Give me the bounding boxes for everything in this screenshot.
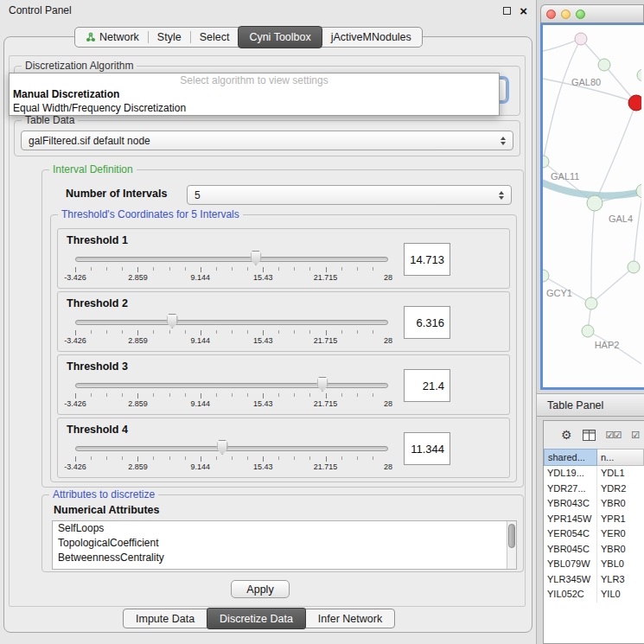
select-all-icon[interactable]: ☑ <box>631 430 640 441</box>
threshold-4-label: Threshold 4 <box>67 424 128 436</box>
table-data-combobox[interactable]: galFiltered.sif default node <box>21 131 513 150</box>
table-row[interactable]: YLR345WYLR3 <box>544 572 644 588</box>
network-view-window: GAL80 GAL11 GAL4 GCY1 HAP2 <box>540 4 644 390</box>
network-node[interactable] <box>598 59 610 71</box>
window-close-button[interactable] <box>546 10 556 19</box>
slider-track[interactable] <box>75 320 388 325</box>
network-icon <box>86 32 96 42</box>
number-of-intervals-label: Number of Intervals <box>66 188 167 200</box>
list-item-selfloops[interactable]: SelfLoops <box>53 521 516 536</box>
network-node[interactable] <box>582 325 594 337</box>
float-window-icon[interactable] <box>503 7 511 15</box>
column-header-name[interactable]: n... <box>597 449 644 466</box>
network-node[interactable] <box>543 270 549 282</box>
slider-major-ticks <box>75 267 388 272</box>
cyni-bottom-tabs: Impute Data Discretize Data Infer Networ… <box>123 609 395 628</box>
combo-stepper-icon <box>495 137 506 145</box>
node-label-gal11: GAL11 <box>551 171 579 182</box>
list-item-betweennesscentrality[interactable]: BetweennessCentrality <box>53 551 516 565</box>
threshold-1-label: Threshold 1 <box>67 234 128 246</box>
number-of-intervals-combobox[interactable]: 5 <box>187 185 512 205</box>
window-minimize-button[interactable] <box>561 10 571 19</box>
tab-cyni-toolbox-label: Cyni Toolbox <box>249 31 310 43</box>
table-row[interactable]: YBL079WYBL0 <box>544 557 644 572</box>
threshold-coordinates-title: Threshold's Coordinates for 5 Intervals <box>58 208 243 220</box>
network-graph: GAL80 GAL11 GAL4 GCY1 HAP2 <box>543 25 641 386</box>
apply-button[interactable]: Apply <box>231 580 290 598</box>
table-panel-header: Table Panel <box>537 393 644 417</box>
slider-scale: -3.426 2.859 9.144 15.43 21.715 28 <box>75 273 388 284</box>
slider-thumb[interactable] <box>217 440 228 455</box>
node-label-hap2: HAP2 <box>595 340 620 350</box>
control-panel-title: Control Panel <box>9 4 72 16</box>
network-node-selected[interactable] <box>628 95 641 111</box>
threshold-4-panel: Threshold 4 -3.426 2.859 9.144 15.43 21.… <box>57 418 510 478</box>
threshold-1-slider[interactable]: -3.426 2.859 9.144 15.43 21.715 28 <box>75 250 388 286</box>
table-row[interactable]: YDL19...YDL1 <box>544 466 644 481</box>
threshold-2-label: Threshold 2 <box>67 297 128 309</box>
threshold-4-slider[interactable]: -3.426 2.859 9.144 15.43 21.715 28 <box>75 439 388 475</box>
algorithm-option-manual[interactable]: Manual Discretization <box>10 87 499 101</box>
list-scrollbar[interactable] <box>507 521 516 569</box>
table-row[interactable]: YPR145WYPR1 <box>544 512 644 527</box>
slider-thumb[interactable] <box>316 377 328 392</box>
slider-thumb[interactable] <box>167 314 178 328</box>
control-panel-titlebar: Control Panel × <box>0 0 536 21</box>
threshold-1-value[interactable]: 14.713 <box>404 243 450 276</box>
slider-track[interactable] <box>75 446 388 451</box>
network-node[interactable] <box>587 195 603 211</box>
threshold-4-value[interactable]: 11.344 <box>404 432 450 465</box>
list-scrollbar-thumb[interactable] <box>508 524 515 548</box>
list-item-topologicalcoefficient[interactable]: TopologicalCoefficient <box>53 536 516 551</box>
table-row[interactable]: YIL052CYIL0 <box>544 587 644 603</box>
node-table-window: ⚙ ☑☑ ☑ shared... n... YDL19...YDL1 YDR27… <box>543 420 644 644</box>
table-row[interactable]: YER054CYER0 <box>544 526 644 542</box>
slider-thumb[interactable] <box>250 251 261 265</box>
threshold-3-slider[interactable]: -3.426 2.859 9.144 15.43 21.715 28 <box>75 376 388 412</box>
tab-impute-data[interactable]: Impute Data <box>124 609 207 628</box>
algorithm-option-equal-width[interactable]: Equal Width/Frequency Discretization <box>10 101 499 115</box>
table-row[interactable]: YBR043CYBR0 <box>544 496 644 512</box>
table-panel-title: Table Panel <box>547 399 603 411</box>
control-panel: Control Panel × Network Style Select <box>0 0 537 644</box>
network-node[interactable] <box>575 33 587 45</box>
network-node[interactable] <box>637 69 641 81</box>
network-canvas[interactable]: GAL80 GAL11 GAL4 GCY1 HAP2 <box>540 23 644 390</box>
tab-infer-network[interactable]: Infer Network <box>306 609 394 628</box>
discretization-algorithm-group-title: Discretization Algorithm <box>22 60 137 72</box>
slider-track[interactable] <box>75 257 388 262</box>
column-header-shared-name[interactable]: shared... <box>544 449 597 466</box>
interval-definition-title: Interval Definition <box>49 163 137 175</box>
threshold-3-value[interactable]: 21.4 <box>404 369 450 402</box>
network-node[interactable] <box>628 261 640 273</box>
threshold-2-value[interactable]: 6.316 <box>404 306 450 339</box>
select-columns-icon[interactable]: ☑☑ <box>606 430 622 441</box>
gear-icon[interactable]: ⚙ <box>561 428 572 442</box>
algorithm-placeholder-option[interactable]: Select algorithm to view settings <box>10 73 499 87</box>
tab-discretize-data[interactable]: Discretize Data <box>207 608 306 629</box>
threshold-2-slider[interactable]: -3.426 2.859 9.144 15.43 21.715 28 <box>75 313 388 349</box>
tab-jactivemnodules[interactable]: jActiveMNodules <box>322 28 420 47</box>
tab-style[interactable]: Style <box>149 28 190 47</box>
slider-track[interactable] <box>75 383 388 388</box>
tab-network[interactable]: Network <box>77 28 148 47</box>
tab-cyni-toolbox[interactable]: Cyni Toolbox <box>238 26 322 48</box>
tab-select[interactable]: Select <box>191 28 239 47</box>
highlighted-edge[interactable] <box>543 181 641 196</box>
network-node[interactable] <box>585 297 597 309</box>
table-data-value: galFiltered.sif default node <box>29 135 150 147</box>
slider-scale: -3.426 2.859 9.144 15.43 21.715 28 <box>75 399 388 410</box>
slider-major-ticks <box>75 330 388 335</box>
slider-scale: -3.426 2.859 9.144 15.43 21.715 28 <box>75 462 388 473</box>
tab-select-label: Select <box>200 31 230 43</box>
table-row[interactable]: YDR27...YDR2 <box>544 481 644 497</box>
table-header-row: shared... n... <box>544 449 644 466</box>
columns-icon[interactable] <box>583 430 596 441</box>
window-zoom-button[interactable] <box>576 10 585 19</box>
table-row[interactable]: YBR045CYBR0 <box>544 542 644 558</box>
table-data-group-title: Table Data <box>22 114 78 126</box>
close-icon[interactable]: × <box>520 4 527 17</box>
tab-network-label: Network <box>99 31 139 43</box>
slider-major-ticks <box>75 393 388 399</box>
table-toolbar: ⚙ ☑☑ ☑ <box>544 421 644 449</box>
